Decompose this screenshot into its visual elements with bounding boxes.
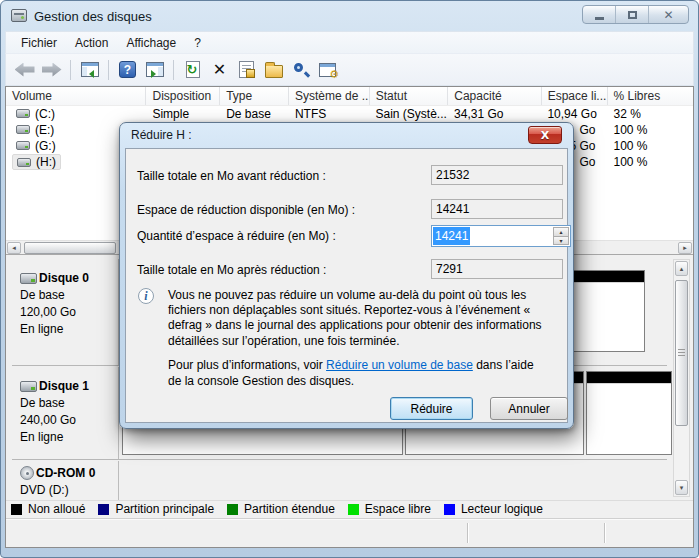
window-title: Gestion des disques bbox=[34, 9, 152, 24]
menubar: Fichier Action Affichage ? bbox=[5, 31, 694, 53]
window-controls: ✕ bbox=[582, 5, 689, 24]
back-icon bbox=[15, 63, 35, 77]
col-capacite[interactable]: Capacité bbox=[448, 87, 541, 105]
toolbar-separator bbox=[173, 60, 174, 80]
minimize-button[interactable] bbox=[583, 6, 616, 23]
field-available-shrink: 14241 bbox=[431, 199, 563, 219]
field-total-after: 7291 bbox=[431, 259, 563, 279]
forward-button[interactable] bbox=[39, 57, 64, 82]
volume-row-c[interactable]: (C:) Simple De base NTFS Sain (Systè... … bbox=[6, 106, 693, 122]
open-button[interactable] bbox=[261, 57, 286, 82]
minimize-icon bbox=[595, 17, 604, 20]
disk-icon bbox=[20, 381, 37, 392]
dialog-title: Réduire H : bbox=[131, 128, 192, 142]
shrink-amount-value: 14241 bbox=[433, 227, 470, 245]
unallocated-stripe bbox=[587, 372, 671, 384]
col-type[interactable]: Type bbox=[220, 87, 289, 105]
drive-icon bbox=[16, 109, 30, 118]
shrink-amount-input[interactable]: 14241 ▴ ▾ bbox=[431, 225, 571, 247]
col-disposition[interactable]: Disposition bbox=[146, 87, 220, 105]
help-button[interactable]: ? bbox=[115, 57, 140, 82]
manage-snapin-button[interactable] bbox=[315, 57, 340, 82]
info-icon: i bbox=[138, 288, 154, 304]
statusbar-divider bbox=[467, 523, 468, 543]
window-titlebar[interactable]: Gestion des disques ✕ bbox=[1, 1, 698, 31]
scroll-up-button[interactable]: ▴ bbox=[675, 261, 688, 276]
disk1-partition-block[interactable] bbox=[586, 371, 672, 455]
help-icon: ? bbox=[119, 61, 136, 78]
close-button[interactable]: ✕ bbox=[649, 6, 688, 23]
disk1-header[interactable]: Disque 1 De base 240,00 Go En ligne bbox=[12, 367, 119, 459]
stepper-down-button[interactable]: ▾ bbox=[553, 237, 569, 246]
scroll-down-button[interactable]: ▾ bbox=[675, 480, 688, 495]
shrink-button[interactable]: Réduire bbox=[390, 397, 473, 420]
scroll-right-button[interactable]: ▸ bbox=[678, 242, 692, 254]
disk0-header[interactable]: Disque 0 De base 120,00 Go En ligne bbox=[12, 259, 119, 365]
legend-swatch bbox=[98, 504, 109, 515]
find-button[interactable] bbox=[288, 57, 313, 82]
legend-item-partition-etendue: Partition étendue bbox=[227, 502, 335, 516]
menu-fichier[interactable]: Fichier bbox=[12, 34, 66, 52]
vertical-scroll-thumb[interactable] bbox=[675, 280, 688, 426]
cdrom-graph bbox=[120, 461, 667, 500]
back-button[interactable] bbox=[12, 57, 37, 82]
action-pane-icon bbox=[146, 62, 164, 77]
dialog-titlebar[interactable]: Réduire H : X bbox=[120, 123, 573, 148]
cancel-button[interactable]: Annuler bbox=[490, 397, 568, 420]
delete-button[interactable]: ✕ bbox=[207, 57, 232, 82]
drive-icon bbox=[16, 125, 30, 134]
cdrom-header[interactable]: CD-ROM 0 DVD (D:) bbox=[12, 461, 119, 500]
show-console-tree-button[interactable] bbox=[77, 57, 102, 82]
volume-table-header: Volume Disposition Type Système de ... S… bbox=[6, 87, 693, 106]
properties-button[interactable] bbox=[234, 57, 259, 82]
drive-icon bbox=[17, 158, 31, 167]
close-icon: ✕ bbox=[663, 8, 673, 22]
dialog-close-button[interactable]: X bbox=[528, 126, 562, 144]
shrink-amount-stepper: ▴ ▾ bbox=[553, 227, 569, 245]
show-action-pane-button[interactable] bbox=[142, 57, 167, 82]
col-systeme[interactable]: Système de ... bbox=[289, 87, 370, 105]
col-volume[interactable]: Volume bbox=[6, 87, 146, 105]
maximize-icon bbox=[628, 11, 637, 19]
col-statut[interactable]: Statut bbox=[370, 87, 449, 105]
legend-swatch bbox=[11, 504, 22, 515]
delete-icon: ✕ bbox=[213, 60, 226, 79]
legend: Non alloué Partition principale Partitio… bbox=[6, 500, 693, 517]
label-total-before: Taille totale en Mo avant réduction : bbox=[137, 169, 326, 183]
close-icon: X bbox=[541, 129, 549, 142]
menu-action[interactable]: Action bbox=[66, 34, 117, 52]
scroll-left-button[interactable]: ◂ bbox=[7, 242, 21, 254]
col-espace[interactable]: Espace li... bbox=[542, 87, 608, 105]
legend-swatch bbox=[227, 504, 238, 515]
vertical-scrollbar[interactable]: ▴ ▾ bbox=[673, 259, 690, 497]
forward-icon bbox=[42, 63, 62, 77]
disk-management-window: Gestion des disques ✕ Fichier Action Aff… bbox=[0, 0, 699, 558]
horizontal-scroll-thumb[interactable] bbox=[24, 242, 116, 254]
cdrom-icon bbox=[20, 466, 34, 480]
stepper-up-button[interactable]: ▴ bbox=[553, 227, 569, 237]
menu-affichage[interactable]: Affichage bbox=[117, 34, 185, 52]
menu-help[interactable]: ? bbox=[185, 34, 210, 52]
col-libres[interactable]: % Libres bbox=[608, 87, 693, 105]
label-total-after: Taille totale en Mo après réduction : bbox=[137, 263, 326, 277]
properties-icon bbox=[239, 61, 254, 78]
app-icon bbox=[11, 9, 27, 22]
field-total-before: 21532 bbox=[431, 165, 563, 185]
refresh-icon bbox=[186, 61, 200, 78]
drive-icon bbox=[16, 141, 30, 150]
maximize-button[interactable] bbox=[616, 6, 649, 23]
legend-item-non-alloue: Non alloué bbox=[11, 502, 85, 516]
legend-item-partition-principale: Partition principale bbox=[98, 502, 214, 516]
statusbar-divider bbox=[604, 523, 605, 543]
disk-row-cdrom: CD-ROM 0 DVD (D:) bbox=[12, 461, 667, 500]
legend-swatch bbox=[444, 504, 455, 515]
toolbar-separator bbox=[70, 60, 71, 80]
toolbar-separator bbox=[108, 60, 109, 80]
console-tree-icon bbox=[81, 62, 99, 77]
help-link[interactable]: Réduire un volume de base bbox=[326, 358, 473, 372]
disk-icon bbox=[20, 273, 37, 284]
legend-item-espace-libre: Espace libre bbox=[348, 502, 431, 516]
refresh-button[interactable] bbox=[180, 57, 205, 82]
dialog-content: Taille totale en Mo avant réduction : 21… bbox=[125, 148, 568, 423]
legend-item-lecteur-logique: Lecteur logique bbox=[444, 502, 543, 516]
